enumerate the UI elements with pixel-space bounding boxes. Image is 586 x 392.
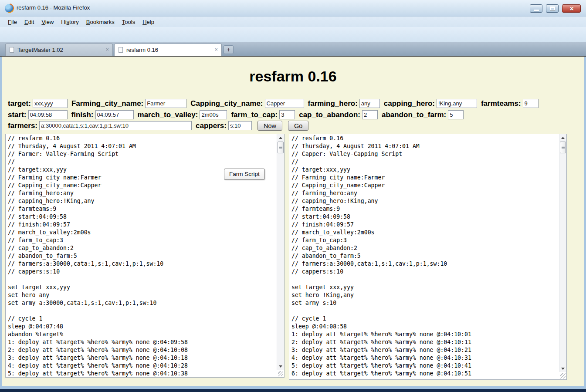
farming-hero-label: farming_hero: (308, 99, 358, 108)
resize-grip[interactable] (278, 371, 283, 376)
menu-bar: File Edit View History Bookmarks Tools H… (0, 17, 586, 27)
scrollbar-thumb[interactable] (560, 142, 566, 153)
go-button[interactable]: Go (288, 121, 308, 131)
tab-bar: TargetMaster 1.02 × resfarm 0.16 × + (0, 42, 586, 56)
farmers-input[interactable] (39, 121, 192, 130)
scroll-up-button[interactable] (559, 134, 567, 141)
capping-city-name-label: Capping_city_name: (190, 99, 263, 108)
farm-to-cap-input[interactable] (279, 110, 295, 119)
target-label: target: (8, 99, 31, 108)
capper-script-textarea[interactable]: // resfarm 0.16 // Thursday, 4 August 20… (289, 134, 566, 379)
capping-city-name-input[interactable] (265, 99, 304, 108)
scrollbar-thumb[interactable] (278, 142, 284, 153)
farmteams-label: farmteams: (481, 99, 521, 108)
window-border-dark (0, 389, 586, 392)
menu-edit[interactable]: Edit (24, 19, 34, 25)
tab-title: TargetMaster 1.02 (17, 47, 63, 53)
capping-hero-input[interactable] (437, 99, 477, 108)
farm-to-cap-label: farm_to_cap: (231, 111, 278, 119)
capping-hero-label: capping_hero: (384, 99, 435, 108)
window-border-light (0, 386, 586, 389)
page-title: resfarm 0.16 (0, 68, 586, 85)
firefox-icon (5, 4, 14, 13)
close-icon: × (562, 5, 580, 13)
cap-to-abandon-input[interactable] (362, 110, 378, 119)
scroll-down-icon (279, 365, 282, 368)
scroll-up-icon (279, 137, 282, 139)
finish-label: finish: (71, 111, 94, 119)
navigation-toolbar: ← → file:///C:/Evony/yaeb/tools/resfarm/… (0, 27, 586, 42)
farmers-label: farmers: (8, 122, 37, 130)
farmteams-input[interactable] (523, 99, 539, 108)
window-titlebar: resfarm 0.16 - Mozilla Firefox × (0, 0, 586, 17)
start-input[interactable] (28, 110, 68, 119)
new-tab-button[interactable]: + (224, 45, 234, 54)
finish-input[interactable] (95, 110, 134, 119)
scroll-up-button[interactable] (277, 134, 285, 141)
form-row-3: farmers: cappers: Now Go (8, 121, 308, 131)
capper-script-pane: // resfarm 0.16 // Thursday, 4 August 20… (289, 134, 567, 380)
scroll-down-icon (561, 368, 565, 370)
tab-targetmaster[interactable]: TargetMaster 1.02 × (5, 44, 113, 56)
scroll-down-button[interactable] (559, 365, 567, 372)
maximize-icon (550, 7, 555, 10)
tab-favicon (119, 47, 123, 53)
farming-city-name-label: Farming_city_name: (71, 99, 143, 108)
abandon-to-farm-label: abandon_to_farm: (382, 111, 446, 119)
farming-city-name-input[interactable] (145, 99, 186, 108)
form-row-2: start: finish: march_to_valley: farm_to_… (8, 110, 464, 120)
start-label: start: (8, 111, 27, 119)
scroll-down-button[interactable] (277, 363, 285, 370)
scroll-up-icon (561, 137, 565, 139)
menu-file[interactable]: File (8, 19, 17, 25)
cappers-input[interactable] (228, 121, 252, 130)
window-title: resfarm 0.16 - Mozilla Firefox (17, 4, 90, 11)
close-button[interactable]: × (562, 4, 581, 13)
farm-script-tooltip: Farm Script (224, 169, 265, 180)
menu-view[interactable]: View (41, 19, 54, 25)
tab-title: resfarm 0.16 (126, 47, 158, 53)
tab-close-icon[interactable]: × (214, 46, 218, 53)
now-button[interactable]: Now (257, 121, 282, 131)
target-input[interactable] (33, 99, 68, 108)
menu-help[interactable]: Help (142, 19, 154, 25)
menu-tools[interactable]: Tools (122, 19, 135, 25)
farming-hero-input[interactable] (359, 99, 380, 108)
menu-bookmarks[interactable]: Bookmarks (86, 19, 115, 25)
cappers-label: cappers: (196, 122, 227, 130)
minimize-icon (534, 10, 539, 11)
abandon-to-farm-input[interactable] (448, 110, 464, 119)
tab-resfarm[interactable]: resfarm 0.16 × (114, 44, 222, 56)
window-controls: × (530, 4, 581, 13)
form-row-1: target: Farming_city_name: Capping_city_… (8, 98, 539, 108)
march-to-valley-label: march_to_valley: (138, 111, 198, 119)
minimize-button[interactable] (530, 4, 542, 13)
resize-grip[interactable] (560, 373, 566, 378)
tab-favicon (10, 47, 14, 53)
cap-to-abandon-label: cap_to_abandon: (299, 111, 360, 119)
maximize-button[interactable] (546, 4, 559, 13)
capper-scrollbar[interactable] (559, 134, 566, 372)
farmer-scrollbar[interactable] (277, 134, 284, 370)
tab-close-icon[interactable]: × (105, 46, 109, 53)
march-to-valley-input[interactable] (200, 110, 227, 119)
menu-history[interactable]: History (61, 19, 78, 25)
